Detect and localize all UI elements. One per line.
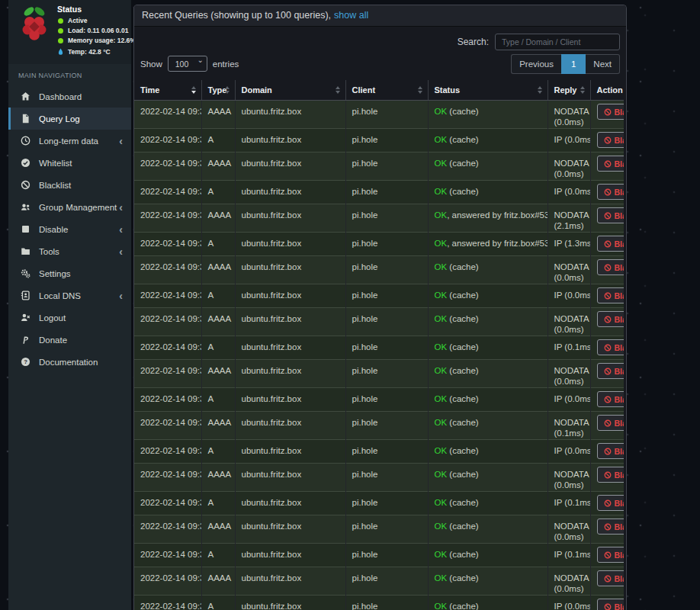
page-size-select[interactable]: 100 <box>168 56 207 72</box>
cell-action: Blacklist <box>590 204 624 233</box>
sidebar-item-local-dns[interactable]: Local DNS ‹ <box>8 284 131 307</box>
cell-type: A <box>201 388 235 412</box>
cell-action: Blacklist <box>590 152 624 181</box>
cell-type: AAAA <box>201 567 235 596</box>
blacklist-button[interactable]: Blacklist <box>597 599 625 610</box>
blacklist-button[interactable]: Blacklist <box>597 184 625 200</box>
column-header-label: Domain <box>242 85 272 95</box>
blacklist-button[interactable]: Blacklist <box>597 156 625 172</box>
sidebar-item-dashboard[interactable]: Dashboard ‹ <box>8 85 131 108</box>
search-input[interactable] <box>495 34 620 50</box>
card-header: Recent Queries (showing up to 100 querie… <box>134 5 626 27</box>
cell-time: 2022-02-14 09:39:23 <box>134 567 201 596</box>
column-header-status[interactable]: Status <box>428 80 547 101</box>
cell-type: AAAA <box>201 308 235 336</box>
sidebar-item-logout[interactable]: Logout ‹ <box>8 307 131 329</box>
blacklist-button[interactable]: Blacklist <box>597 339 625 355</box>
blacklist-button[interactable]: Blacklist <box>597 547 625 563</box>
cell-domain: ubuntu.fritz.box <box>235 360 345 388</box>
blacklist-button[interactable]: Blacklist <box>597 259 625 275</box>
folder-icon <box>20 246 31 257</box>
blacklist-button[interactable]: Blacklist <box>597 415 625 431</box>
blacklist-button[interactable]: Blacklist <box>597 495 625 511</box>
blacklist-button[interactable]: Blacklist <box>597 391 625 407</box>
cell-domain: ubuntu.fritz.box <box>235 129 345 152</box>
blacklist-button-label: Blacklist <box>615 447 625 456</box>
status-dot-icon <box>57 18 64 24</box>
column-header-type[interactable]: Type <box>201 80 235 101</box>
ban-icon <box>604 160 612 168</box>
cell-domain: ubuntu.fritz.box <box>235 204 345 233</box>
sidebar-item-settings[interactable]: Settings ‹ <box>8 262 131 284</box>
sidebar-item-whitelist[interactable]: Whitelist ‹ <box>8 152 131 174</box>
blacklist-button[interactable]: Blacklist <box>597 132 625 148</box>
cell-reply: NODATA(0.0ms) <box>547 308 590 336</box>
table-row: 2022-02-14 09:39:24 AAAA ubuntu.fritz.bo… <box>134 412 624 440</box>
blacklist-button[interactable]: Blacklist <box>597 207 625 223</box>
column-header-domain[interactable]: Domain <box>235 80 345 101</box>
cell-type: AAAA <box>201 204 235 233</box>
blacklist-button[interactable]: Blacklist <box>597 363 625 379</box>
column-header-client[interactable]: Client <box>345 80 428 101</box>
cell-reply: IP (0.0ms) <box>547 181 590 204</box>
controls-row: Show 100 entries Previous 1 Next <box>134 50 626 74</box>
table-row: 2022-02-14 09:39:23 AAAA ubuntu.fritz.bo… <box>134 567 624 596</box>
page-1-button[interactable]: 1 <box>561 54 586 74</box>
cell-client: pi.hole <box>345 284 428 308</box>
blacklist-button[interactable]: Blacklist <box>597 287 625 303</box>
column-header-time[interactable]: Time <box>134 80 201 101</box>
cell-reply: IP (0.1ms) <box>547 544 590 567</box>
show-all-link[interactable]: show all <box>334 10 368 21</box>
cell-reply: NODATA(0.0ms) <box>547 101 590 129</box>
blacklist-button[interactable]: Blacklist <box>597 311 625 327</box>
sidebar-item-tools[interactable]: Tools ‹ <box>8 240 131 262</box>
cell-reply: IP (0.0ms) <box>547 596 590 610</box>
previous-page-button[interactable]: Previous <box>511 54 561 74</box>
sidebar-section-label: MAIN NAVIGATION <box>8 64 131 85</box>
column-header-reply[interactable]: Reply <box>547 80 590 101</box>
cell-time: 2022-02-14 09:39:25 <box>134 308 201 336</box>
ban-icon <box>604 419 612 427</box>
cell-action: Blacklist <box>590 256 624 284</box>
cell-type: A <box>201 284 235 308</box>
address-book-icon <box>20 291 31 301</box>
next-page-button[interactable]: Next <box>586 54 620 74</box>
blacklist-button[interactable]: Blacklist <box>597 104 625 120</box>
cell-action: Blacklist <box>590 567 624 596</box>
table-row: 2022-02-14 09:39:24 AAAA ubuntu.fritz.bo… <box>134 464 624 492</box>
cell-time: 2022-02-14 09:39:24 <box>134 440 201 464</box>
status-line: Memory usage: 12.6% <box>57 37 136 44</box>
sidebar-item-query-log[interactable]: Query Log ‹ <box>8 108 131 130</box>
status-line-label: Load: 0.11 0.06 0.01 <box>68 27 128 34</box>
chevron-left-icon: ‹ <box>119 248 123 255</box>
sidebar-item-disable[interactable]: Disable ‹ <box>8 218 131 240</box>
cell-action: Blacklist <box>590 233 624 256</box>
sidebar-item-blacklist[interactable]: Blacklist ‹ <box>8 174 131 196</box>
chevron-left-icon: ‹ <box>119 292 123 300</box>
search-label: Search: <box>458 37 489 47</box>
cell-status: OK (cache) <box>428 515 547 544</box>
cell-reply: NODATA(0.0ms) <box>547 515 590 544</box>
sidebar-item-donate[interactable]: Donate ‹ <box>8 329 131 351</box>
sidebar-item-group-management[interactable]: Group Management ‹ <box>8 196 131 218</box>
column-header-action: Action <box>590 80 624 101</box>
blacklist-button[interactable]: Blacklist <box>597 467 625 483</box>
table-row: 2022-02-14 09:39:24 A ubuntu.fritz.box p… <box>134 440 624 464</box>
cell-client: pi.hole <box>345 181 428 204</box>
cell-client: pi.hole <box>345 152 428 181</box>
cell-status: OK (cache) <box>428 544 547 567</box>
blacklist-button[interactable]: Blacklist <box>597 570 625 586</box>
table-row: 2022-02-14 09:39:23 A ubuntu.fritz.box p… <box>134 596 624 610</box>
cell-time: 2022-02-14 09:39:24 <box>134 464 201 492</box>
cell-client: pi.hole <box>345 544 428 567</box>
cell-client: pi.hole <box>345 440 428 464</box>
blacklist-button[interactable]: Blacklist <box>597 236 625 252</box>
cell-type: AAAA <box>201 101 235 129</box>
sidebar-item-label: Disable <box>39 225 119 234</box>
ban-icon <box>20 180 31 191</box>
sidebar-item-long-term-data[interactable]: Long-term data ‹ <box>8 130 131 152</box>
ban-icon <box>604 136 612 144</box>
sidebar-item-documentation[interactable]: ? Documentation ‹ <box>8 351 131 373</box>
blacklist-button[interactable]: Blacklist <box>597 518 625 535</box>
blacklist-button[interactable]: Blacklist <box>597 443 625 459</box>
